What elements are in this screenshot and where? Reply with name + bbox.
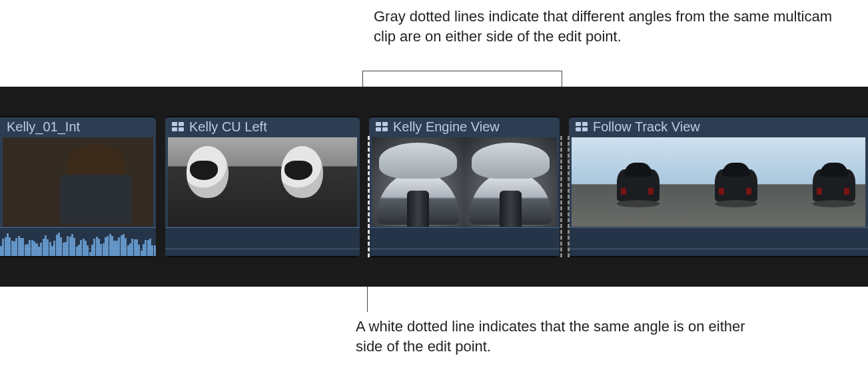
callout-text-bottom: A white dotted line indicates that the s…	[356, 317, 769, 356]
clip-audio[interactable]	[369, 227, 560, 256]
thumbnail	[262, 137, 357, 227]
thumbnail	[372, 137, 464, 227]
clip-audio[interactable]	[569, 227, 868, 256]
clip-audio[interactable]	[165, 227, 360, 256]
clip-kelly-01-int[interactable]: Kelly_01_Int	[0, 116, 156, 257]
clip-audio[interactable]	[0, 227, 156, 256]
timeline-track[interactable]: Kelly_01_Int Kelly CU Left	[0, 116, 868, 257]
through-edit-white-dotted-line	[368, 136, 370, 257]
clip-label: Follow Track View	[593, 119, 700, 135]
clip-kelly-cu-left[interactable]: Kelly CU Left	[165, 116, 360, 257]
clip-label: Kelly Engine View	[393, 119, 500, 135]
timeline[interactable]: Kelly_01_Int Kelly CU Left	[0, 87, 868, 287]
through-edit-gray-dotted-line	[568, 136, 570, 257]
callout-text-top: Gray dotted lines indicate that differen…	[374, 7, 853, 46]
multicam-icon	[376, 122, 388, 131]
clip-header: Kelly CU Left	[165, 117, 360, 136]
thumbnail	[767, 137, 865, 227]
thumbnail	[168, 137, 262, 227]
audio-midline	[165, 249, 360, 249]
callout-line	[362, 71, 562, 71]
multicam-icon	[172, 122, 184, 131]
clip-header: Follow Track View	[569, 117, 868, 136]
thumbnail	[669, 137, 767, 227]
clip-thumbnails	[168, 137, 357, 227]
clip-kelly-engine-view[interactable]: Kelly Engine View	[369, 116, 560, 257]
clip-label: Kelly CU Left	[189, 119, 267, 135]
thumbnail	[3, 137, 153, 227]
audio-waveform	[0, 228, 156, 256]
audio-midline	[569, 249, 868, 249]
clip-header: Kelly_01_Int	[0, 117, 156, 136]
clip-label: Kelly_01_Int	[7, 119, 80, 135]
clip-thumbnails	[572, 137, 865, 227]
multicam-icon	[576, 122, 588, 131]
clip-follow-track-view[interactable]: Follow Track View	[569, 116, 868, 257]
through-edit-gray-dotted-line	[560, 136, 562, 257]
clip-thumbnails	[372, 137, 557, 227]
thumbnail	[572, 137, 669, 227]
audio-midline	[369, 249, 560, 249]
clip-header: Kelly Engine View	[369, 117, 560, 136]
thumbnail	[464, 137, 557, 227]
clip-thumbnails	[3, 137, 153, 227]
